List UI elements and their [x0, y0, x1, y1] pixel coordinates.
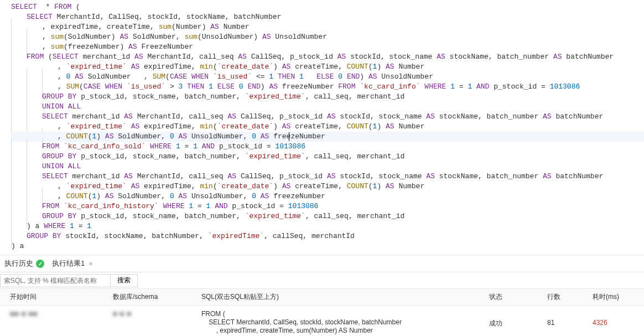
col-header-rows: 行数 — [545, 292, 590, 302]
results-tabs: 执行历史 ✓ 执行结果1 × — [0, 255, 644, 272]
editor-line[interactable]: , 0 AS SoldNumber , SUM(CASE WHEN `is_us… — [11, 72, 644, 82]
editor-line[interactable]: SELECT * FROM ( — [11, 2, 644, 12]
cell-rows: 81 — [545, 310, 590, 327]
editor-line[interactable]: SELECT merchant_id AS MerchantId, call_s… — [11, 112, 644, 122]
tab-history-label: 执行历史 — [4, 259, 33, 268]
editor-line[interactable]: , `expired_time` AS expiredTime, min(`cr… — [11, 62, 644, 72]
editor-line[interactable]: , sum(SoldNumber) AS SoldNumber, sum(Uns… — [11, 32, 644, 42]
table-row[interactable]: ■■ ■ ■■■ ■ ■FROM ( SELECT MerchantId, Ca… — [0, 306, 644, 336]
editor-line[interactable]: , SUM(CASE WHEN `is_used` > 3 THEN 1 ELS… — [11, 82, 644, 92]
results-table-body: ■■ ■ ■■■ ■ ■FROM ( SELECT MerchantId, Ca… — [0, 306, 644, 336]
cell-sql[interactable]: FROM ( SELECT MerchantId, CallSeq, stock… — [199, 310, 487, 336]
editor-line[interactable]: , `expired_time` AS expiredTime, min(`cr… — [11, 182, 644, 192]
cell-status: 成功 — [487, 310, 545, 328]
editor-line[interactable]: GROUP BY stockId, stockName, batchNumber… — [11, 231, 644, 241]
check-icon: ✓ — [36, 260, 44, 268]
editor-line[interactable]: FROM (SELECT merchant_id AS MerchantId, … — [11, 52, 644, 62]
search-bar: 搜索 — [0, 272, 644, 289]
col-header-status: 状态 — [487, 292, 545, 302]
search-input[interactable] — [0, 274, 111, 287]
editor-line[interactable]: GROUP BY p_stock_id, stock_name, batch_n… — [11, 152, 644, 162]
col-header-db: 数据库/schema — [111, 292, 199, 302]
editor-line[interactable]: SELECT MerchantId, CallSeq, stockId, sto… — [11, 12, 644, 22]
editor-line[interactable]: GROUP BY p_stock_id, stock_name, batch_n… — [11, 211, 644, 221]
editor-line[interactable]: , COUNT(1) AS SoldNumber, 0 AS UnsoldNum… — [11, 132, 644, 142]
editor-line[interactable]: , `expired_time` AS expiredTime, min(`cr… — [11, 122, 644, 132]
tab-result1[interactable]: 执行结果1 × — [52, 255, 94, 272]
editor-line[interactable]: FROM `kc_card_info_history` WHERE 1 = 1 … — [11, 201, 644, 211]
editor-line[interactable]: FROM `kc_card_info_sold` WHERE 1 = 1 AND… — [11, 142, 644, 152]
close-icon[interactable]: × — [87, 260, 94, 268]
editor-line[interactable]: GROUP BY p_stock_id, stock_name, batch_n… — [11, 92, 644, 102]
editor-line[interactable]: , sum(freezeNumber) AS FreezeNumber — [11, 42, 644, 52]
col-header-time: 开始时间 — [0, 292, 111, 302]
search-button[interactable]: 搜索 — [110, 274, 138, 287]
cell-time: ■■ ■ ■■ — [0, 310, 111, 318]
sql-editor[interactable]: SELECT * FROM (SELECT MerchantId, CallSe… — [0, 0, 644, 255]
editor-line[interactable]: , expiredTime, createTime, sum(Number) A… — [11, 22, 644, 32]
editor-line[interactable]: ) a — [11, 241, 644, 251]
cell-cost: 4326 — [590, 310, 635, 327]
editor-line[interactable]: UNION ALL — [11, 162, 644, 172]
editor-line[interactable]: , COUNT(1) AS SoldNumber, 0 AS UnsoldNum… — [11, 192, 644, 201]
tab-history[interactable]: 执行历史 ✓ — [4, 255, 44, 272]
editor-line[interactable]: SELECT merchant_id AS MerchantId, call_s… — [11, 172, 644, 182]
cell-db: ■ ■ ■ — [111, 310, 199, 318]
editor-line[interactable]: UNION ALL — [11, 102, 644, 112]
tab-result1-label: 执行结果1 — [52, 259, 85, 268]
col-header-sql: SQL(双击SQL粘贴至上方) — [199, 292, 487, 302]
results-table-header: 开始时间 数据库/schema SQL(双击SQL粘贴至上方) 状态 行数 耗时… — [0, 289, 644, 306]
editor-line[interactable]: ) a WHERE 1 = 1 — [11, 221, 644, 231]
col-header-cost: 耗时(ms) — [590, 292, 635, 302]
